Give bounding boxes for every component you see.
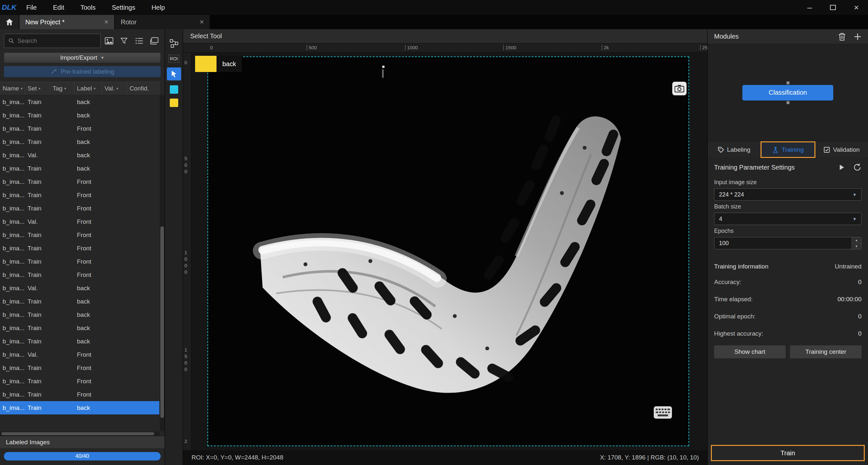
select-tool-button[interactable]	[167, 67, 181, 80]
ruler-tick-label: 1000	[183, 250, 191, 276]
table-row[interactable]: b_ima... Train Front	[0, 189, 159, 202]
home-button[interactable]	[0, 15, 19, 29]
tab-validation[interactable]: Validation	[815, 141, 868, 158]
table-row[interactable]: b_ima... Train back	[0, 401, 159, 414]
add-module-icon[interactable]	[854, 33, 862, 40]
reset-history-icon[interactable]	[853, 163, 862, 171]
table-row[interactable]: b_ima... Val. Front	[0, 348, 159, 361]
import-export-button[interactable]: Import/Export ▼	[4, 53, 161, 63]
table-row[interactable]: b_ima... Train Front	[0, 175, 159, 189]
table-row[interactable]: b_ima... Train Front	[0, 374, 159, 388]
epochs-input[interactable]	[714, 237, 851, 249]
cell-set: Train	[25, 298, 50, 305]
roi-tool-button[interactable]: ROI	[168, 55, 179, 63]
table-vertical-scrollbar[interactable]	[160, 95, 164, 431]
close-button[interactable]: ×	[845, 0, 868, 15]
table-row[interactable]: b_ima... Train back	[0, 95, 159, 109]
run-training-icon[interactable]	[840, 165, 844, 170]
minimize-button[interactable]: –	[798, 0, 821, 15]
tab-close-icon[interactable]: ×	[104, 19, 108, 26]
table-row[interactable]: b_ima... Val. Front	[0, 215, 159, 228]
train-button[interactable]: Train	[711, 445, 865, 461]
cell-label: back	[74, 325, 102, 332]
tab-close-icon[interactable]: ×	[199, 19, 204, 26]
list-view-button[interactable]	[133, 34, 146, 47]
table-row[interactable]: b_ima... Train Front	[0, 122, 159, 135]
graph-tool-button[interactable]	[167, 37, 181, 50]
table-row[interactable]: b_ima... Train back	[0, 135, 159, 148]
table-row[interactable]: b_ima... Train back	[0, 162, 159, 175]
class-color-swatch-cyan[interactable]	[170, 85, 178, 94]
tab-training[interactable]: Training	[761, 141, 815, 158]
table-row[interactable]: b_ima... Train back	[0, 335, 159, 348]
gallery-view-button[interactable]	[148, 34, 161, 47]
training-information-label: Training information	[714, 263, 768, 270]
search-input-wrap[interactable]	[4, 34, 101, 48]
cell-name: b_ima...	[0, 218, 25, 225]
menu-help[interactable]: Help	[144, 0, 173, 15]
class-color-swatch-yellow[interactable]	[170, 99, 178, 107]
column-header-val[interactable]: Val.▾	[102, 82, 127, 95]
column-header-label[interactable]: Label▾	[74, 82, 102, 95]
table-row[interactable]: b_ima... Val. back	[0, 148, 159, 162]
column-header-set[interactable]: Set▾	[25, 82, 50, 95]
show-chart-button[interactable]: Show chart	[714, 345, 785, 358]
cell-set: Train	[25, 178, 50, 186]
table-row[interactable]: b_ima... Val. back	[0, 281, 159, 295]
image-class-chip[interactable]: back	[195, 56, 242, 72]
table-row[interactable]: b_ima... Train back	[0, 109, 159, 122]
tab-labeling[interactable]: Labeling	[708, 141, 761, 158]
table-row[interactable]: b_ima... Train Front	[0, 268, 159, 281]
tab-new-project[interactable]: New Project * ×	[20, 15, 114, 29]
virtual-keyboard-button[interactable]	[653, 406, 672, 419]
menu-file[interactable]: File	[18, 0, 45, 15]
tab-label: Rotor	[121, 19, 137, 26]
trash-icon[interactable]	[838, 32, 846, 41]
classification-module-button[interactable]: Classification	[742, 85, 833, 101]
menu-edit[interactable]: Edit	[45, 0, 72, 15]
table-row[interactable]: b_ima... Train Front	[0, 241, 159, 255]
node-connector-top[interactable]	[786, 81, 789, 84]
checklist-icon	[824, 146, 830, 153]
batch-size-select[interactable]: 4 ▼	[714, 213, 862, 225]
scrollbar-thumb[interactable]	[160, 226, 164, 418]
cell-name: b_ima...	[0, 285, 25, 292]
table-row[interactable]: b_ima... Train back	[0, 295, 159, 308]
menu-tools[interactable]: Tools	[72, 0, 104, 15]
stepper-up-button[interactable]: ▲	[852, 237, 861, 243]
maximize-icon	[830, 5, 836, 10]
scrollbar-thumb[interactable]	[1, 432, 154, 435]
stepper-down-button[interactable]: ▼	[852, 243, 861, 250]
menu-settings[interactable]: Settings	[103, 0, 143, 15]
column-header-confid[interactable]: Confid.	[127, 82, 159, 95]
training-center-button[interactable]: Training center	[790, 345, 862, 358]
table-row[interactable]: b_ima... Train Front	[0, 228, 159, 241]
table-row[interactable]: b_ima... Train back	[0, 308, 159, 321]
canvas-tool-label: Select Tool	[190, 32, 222, 40]
table-row[interactable]: b_ima... Train Front	[0, 202, 159, 215]
table-row[interactable]: b_ima... Train back	[0, 321, 159, 335]
table-row[interactable]: b_ima... Train Front	[0, 388, 159, 401]
input-image-size-select[interactable]: 224 * 224 ▼	[714, 189, 862, 201]
cell-label: Front	[74, 205, 102, 212]
filter-button[interactable]	[118, 34, 130, 47]
column-header-name[interactable]: Name▾	[0, 82, 25, 95]
cell-set: Train	[25, 325, 50, 332]
image-view-button[interactable]	[102, 34, 116, 47]
table-row[interactable]: b_ima... Train Front	[0, 361, 159, 374]
table-row[interactable]: b_ima... Train Front	[0, 255, 159, 268]
column-header-tag[interactable]: Tag▾	[50, 82, 74, 95]
search-input[interactable]	[18, 37, 96, 44]
cell-name: b_ima...	[0, 205, 25, 212]
tab-rotor[interactable]: Rotor ×	[115, 15, 210, 29]
camera-button[interactable]	[672, 82, 686, 95]
node-connector-bottom[interactable]	[786, 101, 789, 104]
inspection-image[interactable]: back	[208, 57, 689, 446]
maximize-button[interactable]	[821, 0, 845, 15]
cell-set: Val.	[25, 285, 50, 292]
cell-label: back	[74, 311, 102, 319]
pretrained-labeling-button[interactable]: Pre-trained labeling	[4, 66, 161, 77]
chevron-down-icon: ▼	[852, 217, 857, 222]
ruler-tick-label: 0	[183, 60, 191, 66]
table-horizontal-scrollbar[interactable]	[0, 432, 159, 436]
